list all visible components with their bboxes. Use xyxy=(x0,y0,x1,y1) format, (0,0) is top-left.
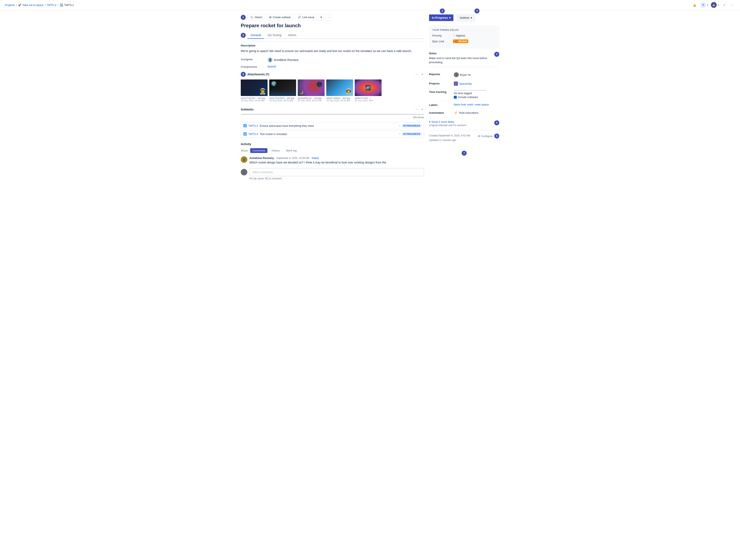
thumb-up-icon[interactable]: 👍 xyxy=(711,2,717,8)
more-options-button[interactable]: ··· xyxy=(730,3,735,7)
reporter-value: 👤 Bryan Ye xyxy=(454,72,499,77)
subtask-right-1: ↑ IN PROGRESS xyxy=(399,124,422,127)
activity-section: Activity Show: Comments History Work log… xyxy=(241,143,424,180)
components-value: launch xyxy=(268,65,276,68)
attachment-thumb-5: 🌌 xyxy=(355,80,382,96)
automation-value: ⚡ Rule executions xyxy=(454,111,499,115)
subtask-left-1: ☑ TMTS-2 Ensure astronauts have everythi… xyxy=(244,124,314,127)
project-link[interactable]: Spaceship xyxy=(459,82,472,85)
status-button[interactable]: In Progress ▾ xyxy=(429,14,453,21)
tab-qa-testing[interactable]: QA Testing xyxy=(264,32,285,39)
attachments-more-button[interactable]: ··· xyxy=(414,72,419,77)
automation-text: Rule executions xyxy=(459,111,478,114)
breadcrumb-projects[interactable]: Projects xyxy=(5,3,15,7)
include-subtasks-checkbox[interactable]: ✓ xyxy=(454,96,457,99)
actions-button[interactable]: Actions ▾ xyxy=(457,14,475,21)
attach-button[interactable]: 📎 Attach xyxy=(247,14,265,20)
label-outer-space[interactable]: outer-space xyxy=(475,103,489,106)
eye-icon: 👁 xyxy=(701,2,706,8)
link-icon: 🔗 xyxy=(298,16,301,19)
priority-icon-2: ↑ xyxy=(399,132,400,135)
sep3: / xyxy=(58,3,59,7)
reporter-label: Reporter xyxy=(429,72,454,76)
subtask-name-2: Test rocket in simulator xyxy=(260,132,287,135)
subtask-id-2[interactable]: TMTS-3 xyxy=(248,132,258,135)
attachment-thumb-2: 🌍 xyxy=(269,80,296,96)
subtasks-more-button[interactable]: ··· xyxy=(414,107,419,112)
notes-label: Notes xyxy=(429,52,493,55)
assignee-avatar: 👤 xyxy=(268,58,273,62)
attachment-item[interactable]: 👨‍🚀 nasa-OLlj17tU... ash.jpg 18 Sep 2020… xyxy=(241,80,268,102)
notes-text: Make sure to send the QA team this issue… xyxy=(429,56,493,64)
watch-button[interactable]: 🔔 xyxy=(691,3,698,7)
show-more-label: Show 2 more fields xyxy=(431,120,454,123)
comment-placeholder: Add a comment... xyxy=(252,171,275,174)
attachments-actions: ··· + xyxy=(414,72,424,77)
reporter-name: Bryan Ye xyxy=(460,73,471,76)
subtask-item[interactable]: ☑ TMTS-3 Test rocket in simulator ↑ IN P… xyxy=(241,130,424,137)
attachment-item[interactable]: 🌌 guillermo-ferl... i 18 Sep 2020, 09:4 xyxy=(355,80,382,102)
epic-badge[interactable]: 🚀 Rocket xyxy=(453,39,468,43)
attachment-name-2: nasa-Q1p7bh3... ash.jpg xyxy=(269,97,296,99)
pro-tip: Pro tip: press M to comment xyxy=(250,177,424,180)
subtask-right-2: ↑ IN PROGRESS xyxy=(399,132,422,135)
attachments-add-button[interactable]: + xyxy=(421,72,424,77)
comment-input[interactable]: Add a comment... xyxy=(250,168,424,176)
subtask-id-1[interactable]: TMTS-2 xyxy=(248,124,258,127)
tab-history[interactable]: History xyxy=(269,148,282,153)
issue-title: Prepare rocket for launch xyxy=(241,23,424,28)
priority-field-label: Priority xyxy=(432,34,453,37)
subtask-left-2: ☑ TMTS-3 Test rocket in simulator xyxy=(244,132,287,135)
breadcrumb-current: TMTS-1 xyxy=(64,3,74,7)
attachments-grid: 👨‍🚀 nasa-OLlj17tU... ash.jpg 18 Sep 2020… xyxy=(241,80,424,102)
more-actions-dropdown[interactable]: ▾ xyxy=(318,14,324,20)
annotation-7-area: 7 xyxy=(429,151,499,156)
attachments-title: Attachments (7) xyxy=(247,73,269,76)
labels-label: Labels xyxy=(429,103,454,106)
assignee-value: 👤 Annaliese Rozvany xyxy=(268,58,298,62)
attachments-section: 8 Attachments (7) ··· + 👨‍🚀 nasa-OLlj17t… xyxy=(241,72,424,102)
tab-comments[interactable]: Comments xyxy=(250,148,267,153)
chevron-down-icon: ▾ xyxy=(429,120,431,123)
watchers-group: 👁 2 xyxy=(701,2,709,8)
tab-worklog[interactable]: Work log xyxy=(284,148,298,153)
annotation-8: 8 xyxy=(241,72,246,77)
show-more-link[interactable]: ▾ Show 2 more fields xyxy=(429,120,493,123)
attachment-item[interactable]: 🌑 🌙 ganapathy-ku... ash.jpg 18 Sep 2020,… xyxy=(298,80,325,102)
create-subtask-button[interactable]: ⊞ Create subtask xyxy=(267,14,293,20)
shortcut-key: M xyxy=(265,177,268,180)
breadcrumb-space[interactable]: Take me to space xyxy=(22,3,43,7)
tab-general[interactable]: General xyxy=(247,32,264,39)
time-tracking-value: No time logged ✓ Include subtasks xyxy=(454,90,499,99)
component-link[interactable]: launch xyxy=(268,65,276,68)
breadcrumb-space-icon: 🚀 xyxy=(18,3,21,7)
reporter-avatar: 👤 xyxy=(454,72,459,77)
attachment-item[interactable]: 🧑‍🚀 niketh-vellank... ash.jpg 18 Sep 202… xyxy=(326,80,353,102)
attachment-date-5: 18 Sep 2020, 09:4 xyxy=(355,99,382,102)
share-button[interactable]: ↗ xyxy=(721,3,727,7)
configure-button[interactable]: ⚙ Configure xyxy=(478,134,493,138)
priority-field-value: ↑ Highest xyxy=(453,34,465,37)
annotation-5: 5 xyxy=(494,120,499,125)
components-label: Components xyxy=(241,65,268,68)
label-black-hole[interactable]: black-hole xyxy=(454,103,466,106)
annotation-7: 7 xyxy=(462,151,467,156)
subtasks-progress-bar xyxy=(241,114,424,115)
priority-text: Highest xyxy=(456,34,465,37)
link-issue-button[interactable]: 🔗 Link issue xyxy=(295,14,317,20)
more-icon: ··· xyxy=(731,3,733,7)
attachment-item[interactable]: 🌍 nasa-Q1p7bh3... ash.jpg 18 Sep 2020, 0… xyxy=(269,80,296,102)
subtask-item[interactable]: ☑ TMTS-2 Ensure astronauts have everythi… xyxy=(241,122,424,129)
breadcrumb-parent[interactable]: TMTS-4 xyxy=(47,3,56,7)
attachment-name-1: nasa-OLlj17tU... ash.jpg xyxy=(241,97,268,99)
label-earth[interactable]: earth xyxy=(467,103,473,106)
more-toolbar-button[interactable]: ··· xyxy=(326,14,332,20)
subtasks-add-button[interactable]: + xyxy=(421,107,424,112)
activity-title: Activity xyxy=(241,143,424,146)
status-label: In Progress xyxy=(432,16,448,19)
configure-label: Configure xyxy=(481,134,493,138)
tab-admin[interactable]: Admin xyxy=(285,32,300,39)
automation-field-row: Automation ⚡ Rule executions xyxy=(429,109,499,117)
created-date: Created September 8, 2020, 9:42 AM xyxy=(429,133,470,138)
issue-tabs: General QA Testing Admin xyxy=(247,32,424,39)
